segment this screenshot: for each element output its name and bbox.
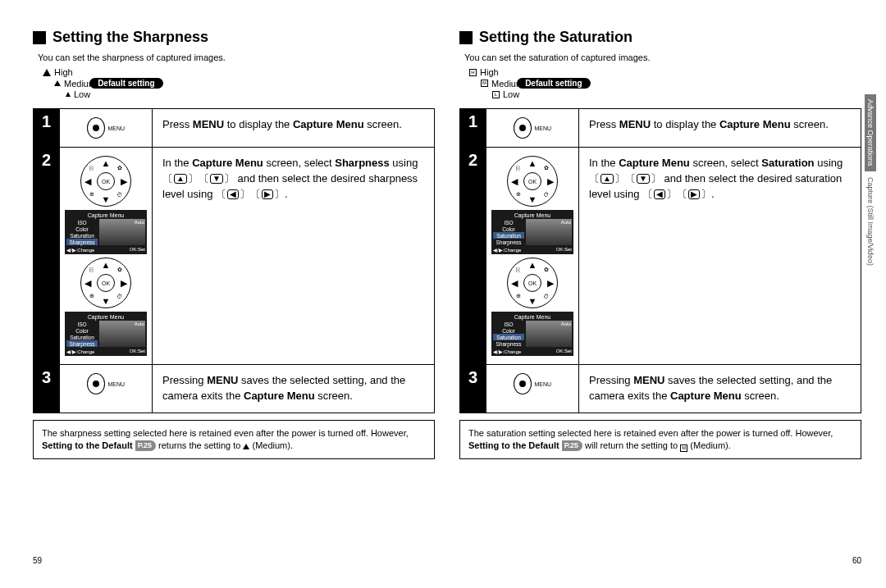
option-low: L Low xyxy=(469,89,861,100)
steps-table: 1 MENU Press MENU to display the Capture… xyxy=(33,108,435,413)
down-arrow-icon: ▼ xyxy=(210,174,223,184)
menu-button-icon: MENU xyxy=(87,117,125,139)
step-2-number: 2 xyxy=(34,148,60,365)
option-low: Low xyxy=(43,89,435,100)
heading-sharpness: Setting the Sharpness xyxy=(33,29,435,46)
dpad-icon-2: OK ▲▼ ◀▶ ⌸✿ ⊕⏱ xyxy=(507,258,558,308)
menu-button-icon: MENU xyxy=(87,373,125,394)
capture-menu-screen-2: Capture Menu ISO Color Saturation Sharpn… xyxy=(65,312,147,356)
dpad-icon-2: OK ▲▼ ◀▶ ⌸✿ ⊕⏱ xyxy=(80,258,131,308)
left-arrow-icon: ◀ xyxy=(227,189,239,199)
sharpness-medium-icon xyxy=(54,80,61,86)
menu-button-icon: MENU xyxy=(514,373,551,394)
dpad-icon: OK ▲▼ ◀▶ ⌸✿ ⊕⏱ xyxy=(507,156,558,207)
left-arrow-icon: ◀ xyxy=(654,189,665,199)
intro-text: You can set the sharpness of captured im… xyxy=(33,52,435,62)
default-setting-pill: Default setting xyxy=(89,78,162,89)
step-1-number: 1 xyxy=(34,109,60,148)
heading-square-icon xyxy=(459,31,473,44)
default-setting-pill: Default setting xyxy=(517,78,590,89)
heading-text: Setting the Saturation xyxy=(479,29,633,46)
step-2-row: 2 OK ▲▼ ◀▶ ⌸✿ ⊕⏱ Capture Menu ISO Color xyxy=(34,148,435,365)
side-tab: Advance Operations Capture (Still Image/… xyxy=(865,94,876,268)
step-3-text: Pressing MENU saves the selected setting… xyxy=(153,365,435,413)
step-3-icon-cell: MENU xyxy=(60,365,153,413)
page-number-left: 59 xyxy=(33,556,42,565)
option-high: High xyxy=(43,67,435,78)
note-box: The saturation setting selected here is … xyxy=(459,420,861,460)
side-tab-subsection: Capture (Still Image/Video) xyxy=(865,174,876,269)
step-3-row: 3 MENU Pressing MENU saves the selected … xyxy=(34,365,435,413)
step-2-icon-cell: OK ▲▼ ◀▶ ⌸✿ ⊕⏱ Capture Menu ISO Color Sa… xyxy=(60,148,153,365)
step-2-text: In the Capture Menu screen, select Sharp… xyxy=(153,148,435,365)
saturation-medium-icon: M xyxy=(481,80,488,87)
step-2-icon-cell: OK ▲▼ ◀▶ ⌸✿ ⊕⏱ Capture Menu ISO Color Sa… xyxy=(486,148,579,365)
up-arrow-icon: ▲ xyxy=(174,174,187,184)
capture-menu-screen-1: Capture Menu ISO Color Saturation Sharpn… xyxy=(491,210,573,254)
option-low-label: Low xyxy=(74,89,90,99)
step-2-text: In the Capture Menu screen, select Satur… xyxy=(579,148,861,365)
heading-saturation: Setting the Saturation xyxy=(459,29,861,46)
step-3-number: 3 xyxy=(34,365,60,413)
page-right: Setting the Saturation You can set the s… xyxy=(459,29,861,459)
saturation-medium-icon: M xyxy=(680,444,687,452)
page-number-right: 60 xyxy=(852,556,861,565)
option-medium: Medium Default setting xyxy=(43,78,435,89)
step-3-text: Pressing MENU saves the selected setting… xyxy=(579,365,861,413)
step-2-row: 2 OK ▲▼ ◀▶ ⌸✿ ⊕⏱ Capture Menu ISO Color xyxy=(460,148,861,365)
step-1-text: Press MENU to display the Capture Menu s… xyxy=(579,109,861,148)
step-1-number: 1 xyxy=(460,109,486,148)
menu-button-icon: MENU xyxy=(514,117,551,139)
option-high-label: High xyxy=(480,67,499,77)
page-ref: P.25 xyxy=(135,440,156,451)
options-list: H High M Medium Default setting L Low xyxy=(459,67,861,100)
sharpness-low-icon xyxy=(66,92,71,97)
page-left: Setting the Sharpness You can set the sh… xyxy=(33,29,435,459)
sharpness-high-icon xyxy=(43,69,51,76)
step-3-icon-cell: MENU xyxy=(486,365,579,413)
down-arrow-icon: ▼ xyxy=(637,174,650,184)
dpad-icon: OK ▲▼ ◀▶ ⌸✿ ⊕⏱ xyxy=(80,156,131,207)
step-1-row: 1 MENU Press MENU to display the Capture… xyxy=(34,109,435,148)
step-1-text: Press MENU to display the Capture Menu s… xyxy=(153,109,435,148)
option-high-label: High xyxy=(54,67,73,77)
capture-menu-screen-2: Capture Menu ISO Color Saturation Sharpn… xyxy=(491,312,573,356)
heading-square-icon xyxy=(33,31,46,44)
step-3-number: 3 xyxy=(460,365,486,413)
option-high: H High xyxy=(469,67,861,78)
side-tab-section: Advance Operations xyxy=(865,94,876,171)
intro-text: You can set the saturation of captured i… xyxy=(459,52,861,62)
step-2-number: 2 xyxy=(460,148,486,365)
saturation-low-icon: L xyxy=(492,91,500,98)
step-1-row: 1 MENU Press MENU to display the Capture… xyxy=(460,109,861,148)
options-list: High Medium Default setting Low xyxy=(33,67,435,100)
right-arrow-icon: ▶ xyxy=(262,189,273,199)
step-1-icon-cell: MENU xyxy=(60,109,153,148)
option-low-label: Low xyxy=(503,89,519,99)
option-medium: M Medium Default setting xyxy=(469,78,861,89)
step-1-icon-cell: MENU xyxy=(486,109,579,148)
saturation-high-icon: H xyxy=(469,69,477,76)
note-box: The sharpness setting selected here is r… xyxy=(33,420,435,460)
page-ref: P.25 xyxy=(562,440,582,451)
capture-menu-screen-1: Capture Menu ISO Color Saturation Sharpn… xyxy=(65,210,147,254)
step-3-row: 3 MENU Pressing MENU saves the selected … xyxy=(460,365,861,413)
steps-table: 1 MENU Press MENU to display the Capture… xyxy=(459,108,861,413)
right-arrow-icon: ▶ xyxy=(688,189,700,199)
heading-text: Setting the Sharpness xyxy=(53,29,208,46)
up-arrow-icon: ▲ xyxy=(601,174,614,184)
